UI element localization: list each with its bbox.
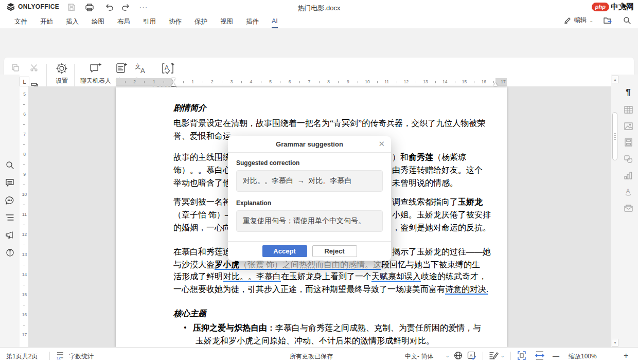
pencil-icon	[564, 17, 571, 24]
doc-p4-line3: 活形成了鲜明对比。。李慕白在玉娇龙身上看到了一个天赋禀却误入歧途的练武奇才，	[173, 271, 564, 281]
tab-view[interactable]: 视图	[220, 17, 233, 29]
cut-button[interactable]	[28, 62, 40, 74]
image-settings-button[interactable]	[623, 121, 633, 131]
tab-protection[interactable]: 保护	[194, 17, 207, 29]
chart-settings-button[interactable]	[623, 170, 633, 180]
tab-file[interactable]: 文件	[14, 17, 27, 29]
doc-bullet-line2: 玉娇龙和罗小虎之间原始、冲动、不计后果的激情形成鲜明对比。	[196, 336, 587, 345]
dialog-footer: Accept Reject	[228, 241, 391, 261]
headings-button[interactable]	[4, 212, 15, 223]
header-footer-settings-button[interactable]	[623, 137, 633, 148]
chat-button[interactable]	[4, 194, 15, 206]
set-language-button[interactable]	[454, 351, 463, 360]
doc-p1-line1: 电影背景设定在清朝，故事围绕着一把名为“青冥剑”的传奇兵器，交织了九位人物被荣	[173, 118, 564, 128]
tab-collaboration[interactable]: 协作	[169, 17, 182, 29]
grammar-flagged-text: 诗意的对决.	[445, 285, 488, 295]
scrollbar-thumb[interactable]	[612, 112, 617, 160]
navigation-headings-icon	[5, 214, 14, 221]
fit-page-button[interactable]	[518, 351, 526, 360]
tab-stop-selector[interactable]: L	[20, 77, 29, 86]
h-ruler[interactable]: 121234567891011121314151617	[116, 78, 507, 86]
info-icon	[6, 248, 14, 257]
left-sidebar	[0, 75, 20, 348]
scroll-down-button[interactable]: ▼	[612, 339, 618, 347]
dialog-header[interactable]: Grammar suggestion ✕	[228, 136, 391, 153]
zoom-level-indicator[interactable]: 缩放100%	[569, 352, 597, 361]
fit-width-button[interactable]	[535, 351, 544, 360]
tab-layout[interactable]: 布局	[117, 17, 130, 29]
settings-label: 设置	[56, 78, 68, 84]
titlebar: ONLYOFFICE ··· 热门电影.docx php 中文网	[0, 0, 638, 14]
tab-draw[interactable]: 绘图	[92, 17, 104, 29]
mail-merge-button[interactable]	[623, 203, 633, 213]
accept-button[interactable]: Accept	[262, 245, 307, 257]
search-icon	[623, 16, 631, 24]
cut-icon	[30, 64, 38, 72]
tab-insert[interactable]: 插入	[66, 17, 79, 29]
doc-p4-line4: 一心想要收她为徒，引其步入正途，而这种期望最终导致了一场凄美而富有诗意的对决.	[173, 284, 564, 294]
tab-home[interactable]: 开始	[40, 17, 53, 29]
chatbot-icon	[88, 62, 103, 75]
doc-heading-theme: 核心主题	[173, 308, 564, 318]
open-file-location-button[interactable]	[604, 16, 613, 24]
fit-width-icon	[535, 351, 544, 360]
spell-check-button[interactable]: A	[467, 351, 476, 360]
shape-settings-button[interactable]	[623, 154, 633, 164]
copy-button[interactable]	[9, 62, 22, 74]
page-number-indicator[interactable]: 第1页共2页	[6, 352, 38, 361]
document-language-selector[interactable]: 中文- 简体	[405, 352, 433, 361]
chevron-down-icon: ⌄	[446, 353, 450, 358]
word-count-label[interactable]: 字数统计	[69, 352, 94, 361]
tab-references[interactable]: 引用	[143, 17, 156, 29]
settings-button[interactable]: 设置	[52, 62, 71, 84]
svg-text:A: A	[165, 64, 169, 71]
envelope-icon	[624, 205, 633, 212]
search-button[interactable]	[623, 16, 631, 24]
find-button[interactable]	[4, 159, 15, 171]
comments-button[interactable]	[4, 177, 15, 188]
tab-plugins[interactable]: 插件	[246, 17, 259, 29]
about-button[interactable]	[4, 247, 15, 258]
feedback-button[interactable]	[4, 229, 15, 241]
v-ruler[interactable]: 567891011121314151617	[21, 87, 28, 348]
spellcheck-icon: A	[467, 351, 476, 360]
chevron-down-icon: ⌄	[501, 353, 505, 358]
status-bar: 第1页共2页 12 字数统计 所有更改已保存 中文- 简体 ⌄ A ⌄	[0, 347, 638, 364]
doc-bold-name: 俞秀莲	[409, 153, 433, 161]
svg-text:12: 12	[57, 356, 61, 360]
scroll-up-button[interactable]: ▲	[612, 76, 618, 83]
edit-mode-dropdown[interactable]: 编辑 ⌄	[564, 16, 593, 25]
document-title: 热门电影.docx	[0, 4, 638, 13]
track-changes-button[interactable]	[489, 351, 499, 360]
zoom-out-button[interactable]: —	[553, 352, 559, 360]
close-icon[interactable]: ✕	[378, 139, 385, 149]
paragraph-settings-button[interactable]: ¶	[623, 87, 633, 98]
doc-bullet-line1: • 压抑之爱与炽热自由：李慕白与俞秀莲之间成熟、克制、为责任所困的爱情，与	[116, 323, 507, 333]
image-icon	[624, 122, 633, 130]
right-indent-marker[interactable]	[493, 83, 498, 86]
reject-button[interactable]: Reject	[312, 245, 357, 257]
paragraph-icon: ¶	[626, 87, 630, 98]
doc-heading-plot: 剧情简介	[173, 103, 564, 113]
summary-icon	[115, 62, 129, 75]
arrow-right-icon: →	[297, 176, 305, 185]
table-settings-button[interactable]	[623, 104, 633, 115]
chevron-down-icon: ⌄	[589, 18, 593, 23]
suggested-correction-label: Suggested correction	[236, 159, 383, 167]
chatbot-button[interactable]: 聊天机器人	[77, 62, 114, 84]
edit-mode-label: 编辑	[574, 16, 587, 25]
toolbar-background: 设置 聊天机器人 摘要 文 A 翻译 ⌄	[0, 28, 638, 75]
dialog-title: Grammar suggestion	[276, 140, 343, 148]
left-indent-marker[interactable]	[171, 83, 175, 86]
doc-bold-name: 玉娇龙	[458, 197, 483, 206]
copy-icon	[11, 64, 20, 72]
fit-page-icon	[518, 351, 526, 360]
tab-ai[interactable]: AI	[272, 17, 278, 28]
text-art-settings-button[interactable]: A	[623, 187, 633, 197]
first-line-indent-marker[interactable]	[171, 78, 175, 81]
doc-bold-name: 罗小虎	[215, 260, 239, 270]
word-count-button[interactable]: 12	[56, 351, 65, 360]
header-footer-icon	[625, 138, 632, 147]
zoom-in-button[interactable]: +	[624, 351, 628, 360]
translate-icon: 文 A	[133, 62, 148, 75]
